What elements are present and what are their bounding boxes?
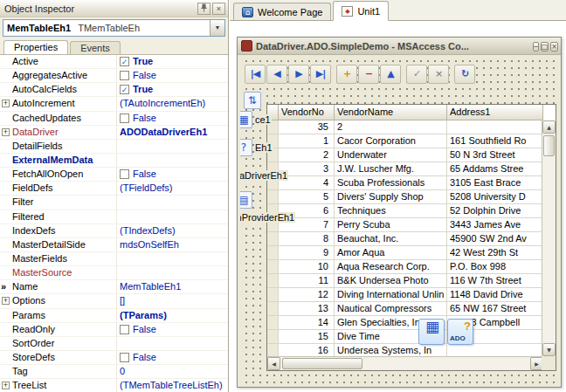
tab-properties[interactable]: Properties: [3, 40, 68, 55]
column-header-vendorno[interactable]: VendorNo: [279, 105, 335, 120]
maximize-button[interactable]: □: [541, 42, 549, 52]
property-value[interactable]: [117, 140, 228, 153]
property-row[interactable]: MasterFields: [0, 252, 228, 266]
connection-provider-icon[interactable]: ▤: [240, 191, 252, 209]
property-row[interactable]: MasterDetailSidemdsOnSelfEh: [0, 238, 228, 252]
table-row[interactable]: 1Cacor Corporation161 Southfield Ro: [267, 134, 543, 148]
post-button[interactable]: ✓: [406, 65, 427, 84]
property-row[interactable]: DetailFields: [0, 140, 228, 154]
property-value[interactable]: False: [117, 323, 228, 336]
table-row[interactable]: 2Underwater50 N 3rd Street: [267, 148, 543, 162]
last-button[interactable]: ▶|: [310, 65, 331, 84]
next-button[interactable]: ▶: [288, 65, 309, 84]
expand-icon[interactable]: +: [2, 382, 10, 389]
property-value[interactable]: []: [117, 294, 228, 307]
property-value[interactable]: [117, 252, 228, 265]
property-row[interactable]: IndexDefs(TIndexDefs): [0, 224, 228, 238]
demo-form-window[interactable]: DataDriver.ADO.SimpleDemo - MSAccess Co.…: [237, 37, 562, 388]
property-row[interactable]: AutoCalcFields✓True: [0, 83, 228, 97]
property-row[interactable]: ReadOnlyFalse: [0, 323, 228, 337]
property-value[interactable]: ✓True: [117, 83, 228, 96]
property-row[interactable]: Filter: [0, 196, 228, 210]
property-value[interactable]: (TParams): [117, 309, 228, 322]
expand-icon[interactable]: +: [2, 128, 10, 136]
instance-selector[interactable]: MemTableEh1 TMemTableEh ▼: [3, 19, 225, 37]
table-row[interactable]: 7Perry Scuba3443 James Ave: [267, 218, 543, 232]
refresh-button[interactable]: ↻: [454, 65, 475, 84]
property-value[interactable]: [117, 154, 228, 167]
db-grid[interactable]: VendorNoVendorNameAddress1 3521Cacor Cor…: [266, 104, 556, 371]
tab-events[interactable]: Events: [70, 41, 121, 55]
table-row[interactable]: 15Dive Time: [267, 330, 543, 344]
checkbox-icon[interactable]: [120, 169, 129, 179]
column-header-vendorname[interactable]: VendorName: [335, 105, 447, 120]
property-row[interactable]: Active✓True: [0, 55, 228, 69]
tab-unit1[interactable]: ◆Unit1: [333, 1, 389, 21]
datasource-icon[interactable]: ▦: [240, 111, 252, 128]
table-row[interactable]: 352: [267, 120, 543, 134]
property-value[interactable]: 0: [117, 365, 228, 378]
column-header-address1[interactable]: Address1: [447, 105, 543, 120]
first-button[interactable]: |◀: [245, 65, 266, 84]
property-row[interactable]: Filtered: [0, 210, 228, 224]
property-value[interactable]: MemTableEh1: [117, 280, 228, 293]
property-value[interactable]: False: [117, 351, 228, 364]
scroll-left-icon[interactable]: ◀: [267, 357, 280, 370]
property-row[interactable]: +AutoIncrement(TAutoIncrementEh): [0, 97, 228, 111]
form-client-area[interactable]: |◀◀▶▶|+−▲✓×↻ ⇅▦ce1?Eh1aDriverEh1▤ionProv…: [240, 55, 558, 384]
memtable-grid-icon[interactable]: ▦: [418, 319, 445, 345]
property-row[interactable]: FetchAllOnOpenFalse: [0, 168, 228, 182]
memtable-icon[interactable]: ?: [240, 139, 252, 156]
property-value[interactable]: (TAutoIncrementEh): [117, 97, 228, 110]
form-designer[interactable]: DataDriver.ADO.SimpleDemo - MSAccess Co.…: [230, 21, 566, 392]
vertical-scrollbar[interactable]: ▲ ▼: [542, 120, 556, 356]
property-value[interactable]: mdsOnSelfEh: [117, 238, 228, 251]
checkbox-icon[interactable]: [120, 113, 129, 123]
property-row[interactable]: Tag0: [0, 365, 228, 379]
property-value[interactable]: (TFieldDefs): [117, 182, 228, 195]
checkbox-icon[interactable]: [120, 353, 129, 362]
checkbox-icon[interactable]: ✓: [120, 57, 129, 66]
table-row[interactable]: 13Nautical Compressors65 NW 167 Street: [267, 302, 543, 316]
property-value[interactable]: (TMemTableTreeListEh): [117, 379, 228, 392]
close-icon[interactable]: ×: [212, 3, 225, 15]
scroll-up-icon[interactable]: ▲: [542, 120, 556, 134]
ado-driver-icon[interactable]: ADO?: [447, 319, 473, 345]
checkbox-icon[interactable]: ✓: [120, 85, 129, 94]
property-value[interactable]: False: [117, 168, 228, 181]
property-row[interactable]: +Options[]: [0, 294, 228, 308]
property-value[interactable]: [117, 196, 228, 209]
property-value[interactable]: False: [117, 112, 228, 125]
property-value[interactable]: [117, 337, 228, 350]
property-row[interactable]: ExternalMemData: [0, 154, 228, 168]
table-row[interactable]: 12Diving International Unlin1148 David D…: [267, 288, 543, 302]
table-row[interactable]: 10Aqua Research Corp.P.O. Box 998: [267, 260, 543, 274]
property-value[interactable]: ADODataDriverEh1: [117, 126, 228, 139]
chevron-down-icon[interactable]: ▼: [210, 20, 224, 36]
table-row[interactable]: 14Glen Specialties, Inc.17663 Campbell: [267, 316, 543, 330]
property-row[interactable]: MasterSource: [0, 266, 228, 280]
property-row[interactable]: CachedUpdatesFalse: [0, 112, 228, 126]
tab-welcome-page[interactable]: ⌂Welcome Page: [233, 3, 331, 20]
table-row[interactable]: 11B&K Undersea Photo116 W 7th Street: [267, 274, 543, 288]
delete-button[interactable]: −: [358, 65, 379, 84]
vertical-scrollbar-thumb[interactable]: [543, 135, 555, 156]
table-row[interactable]: 6Techniques52 Dolphin Drive: [267, 204, 543, 218]
property-row[interactable]: SortOrder: [0, 337, 228, 351]
property-row[interactable]: AggregatesActiveFalse: [0, 69, 228, 83]
property-row[interactable]: +DataDriverADODataDriverEh1: [0, 126, 228, 140]
table-row[interactable]: 8Beauchat, Inc.45900 SW 2nd Av: [267, 232, 543, 246]
form-titlebar[interactable]: DataDriver.ADO.SimpleDemo - MSAccess Co.…: [238, 38, 561, 55]
property-value[interactable]: [117, 266, 228, 279]
table-row[interactable]: 16Undersea Systems, In: [267, 344, 543, 356]
expand-icon[interactable]: +: [2, 297, 10, 305]
property-row[interactable]: Params(TParams): [0, 309, 228, 323]
table-row[interactable]: 9Amor Aqua42 West 29th St: [267, 246, 543, 260]
horizontal-scrollbar-thumb[interactable]: [282, 358, 362, 369]
property-row[interactable]: »NameMemTableEh1: [0, 280, 228, 294]
scroll-down-icon[interactable]: ▼: [542, 343, 556, 356]
prior-button[interactable]: ◀: [266, 65, 287, 84]
horizontal-scrollbar[interactable]: ◀ ▶: [267, 356, 543, 370]
property-row[interactable]: StoreDefsFalse: [0, 351, 228, 365]
checkbox-icon[interactable]: [120, 325, 129, 334]
